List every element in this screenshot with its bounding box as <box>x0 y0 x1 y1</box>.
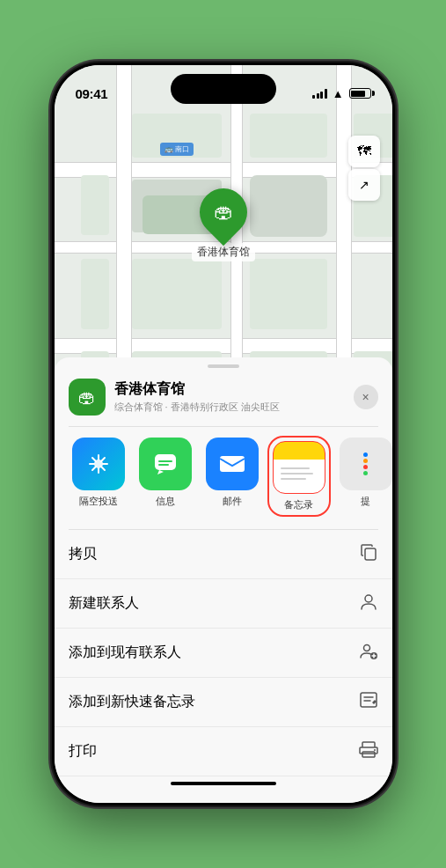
messages-icon <box>139 438 192 490</box>
new-contact-icon <box>359 592 378 615</box>
dynamic-island <box>171 74 276 104</box>
more-label: 提 <box>361 495 370 508</box>
venue-icon: 🏟 <box>69 379 106 416</box>
quick-note-label: 添加到新快速备忘录 <box>69 693 195 711</box>
venue-description: 综合体育馆 · 香港特别行政区 油尖旺区 <box>114 401 345 414</box>
svg-point-4 <box>365 595 372 602</box>
airdrop-icon <box>72 438 125 490</box>
svg-point-5 <box>363 645 369 651</box>
close-button[interactable]: × <box>354 385 378 409</box>
copy-label: 拷贝 <box>69 545 97 563</box>
add-existing-label: 添加到现有联系人 <box>69 644 181 662</box>
sheet-handle <box>208 364 239 368</box>
action-quick-note[interactable]: 添加到新快速备忘录 <box>55 678 392 727</box>
svg-rect-9 <box>362 752 375 757</box>
battery-icon <box>349 88 371 99</box>
svg-point-10 <box>374 749 376 751</box>
bottom-sheet: 🏟 香港体育馆 综合体育馆 · 香港特别行政区 油尖旺区 × <box>55 357 392 803</box>
signal-icon <box>312 88 327 99</box>
share-item-more[interactable]: 提 <box>336 438 392 515</box>
location-pin: 🏟 香港体育馆 <box>192 188 255 261</box>
wifi-icon: ▲ <box>333 87 344 100</box>
location-header: 🏟 香港体育馆 综合体育馆 · 香港特别行政区 油尖旺区 × <box>55 379 392 426</box>
status-icons: ▲ <box>312 87 370 100</box>
action-print[interactable]: 打印 <box>55 727 392 776</box>
location-button[interactable]: ↗ <box>348 169 380 201</box>
mail-label: 邮件 <box>223 495 242 508</box>
share-item-notes[interactable]: 备忘录 <box>269 438 329 515</box>
map-controls: 🗺 ↗ <box>348 136 380 201</box>
action-new-contact[interactable]: 新建联系人 <box>55 579 392 629</box>
print-label: 打印 <box>69 742 97 761</box>
svg-rect-8 <box>362 742 375 747</box>
airdrop-label: 隔空投送 <box>79 495 118 508</box>
add-existing-icon <box>359 641 378 665</box>
action-add-existing[interactable]: 添加到现有联系人 <box>55 629 392 678</box>
notes-icon <box>273 441 325 494</box>
share-item-mail[interactable]: 邮件 <box>202 438 262 515</box>
share-item-messages[interactable]: 信息 <box>135 438 195 515</box>
share-item-airdrop[interactable]: 隔空投送 <box>69 438 128 515</box>
quick-note-icon <box>359 690 378 714</box>
copy-icon <box>359 542 378 566</box>
svg-rect-3 <box>365 548 376 560</box>
status-time: 09:41 <box>76 86 108 101</box>
mail-icon <box>206 438 259 490</box>
notes-label: 备忘录 <box>284 498 313 511</box>
new-contact-label: 新建联系人 <box>69 594 139 613</box>
location-info: 香港体育馆 综合体育馆 · 香港特别行政区 油尖旺区 <box>114 380 345 414</box>
map-label: 🚌 南口 <box>160 143 194 156</box>
svg-rect-2 <box>220 456 245 472</box>
more-icon <box>340 438 392 490</box>
svg-rect-7 <box>361 693 377 707</box>
action-copy[interactable]: 拷贝 <box>55 530 392 579</box>
venue-name: 香港体育馆 <box>114 380 345 399</box>
map-type-button[interactable]: 🗺 <box>348 136 380 167</box>
share-row: 隔空投送 信息 <box>55 427 392 529</box>
messages-label: 信息 <box>156 495 175 508</box>
print-icon <box>359 739 378 763</box>
home-indicator <box>171 782 276 785</box>
